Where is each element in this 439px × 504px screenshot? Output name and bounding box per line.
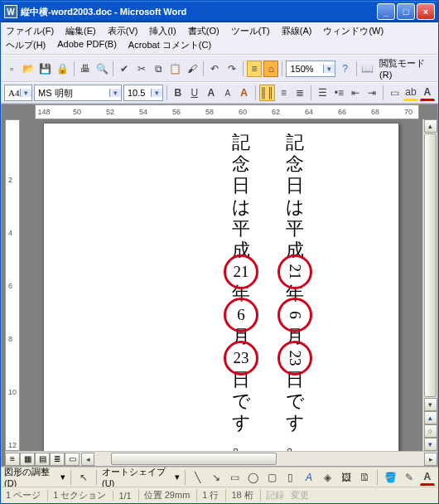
read-icon[interactable]: 📖: [360, 61, 375, 77]
scroll-down-button[interactable]: ▾: [424, 398, 437, 411]
new-doc-button[interactable]: ▫: [4, 61, 19, 77]
textbox-button[interactable]: ▢: [264, 469, 279, 486]
style-combo[interactable]: A4 ▾: [4, 85, 32, 101]
picture-button[interactable]: 🖻: [357, 469, 372, 486]
zoom-combo[interactable]: 150% ▾: [286, 61, 335, 77]
web-view-button[interactable]: ▦: [20, 453, 35, 466]
text-column: 記念日は平成21年6月23日です。: [284, 132, 306, 451]
line-button[interactable]: ╲: [191, 469, 205, 486]
menu-edit[interactable]: 編集(E): [64, 24, 98, 38]
bullet-button[interactable]: •≡: [331, 85, 346, 101]
indent-button[interactable]: ⇤: [348, 85, 363, 101]
dropdown-icon[interactable]: ▾: [323, 65, 335, 73]
dropdown-icon[interactable]: ▾: [60, 472, 65, 482]
horizontal-ruler[interactable]: 1485052545658606264666870: [35, 104, 419, 119]
separator: [377, 470, 378, 485]
copy-button[interactable]: ⧉: [151, 61, 166, 77]
clipart-button[interactable]: 🖼: [338, 469, 353, 486]
diagram-button[interactable]: ◈: [320, 469, 335, 486]
scroll-left-button[interactable]: ◂: [81, 453, 94, 466]
prev-page-button[interactable]: ▴: [424, 411, 437, 424]
h-track[interactable]: [94, 453, 424, 466]
scroll-up-button[interactable]: ▴: [424, 119, 437, 133]
bold-button[interactable]: B: [171, 85, 186, 101]
ruler-label: 10: [8, 388, 17, 396]
read-mode-button[interactable]: 閲覧モード(R): [377, 57, 435, 80]
next-page-button[interactable]: ▾: [424, 438, 437, 451]
align-just-button[interactable]: ≡: [277, 85, 292, 101]
separator: [203, 61, 204, 76]
outline-view-button[interactable]: ≣: [50, 453, 65, 466]
fontsize-combo[interactable]: 10.5 ▾: [123, 85, 163, 101]
dropdown-icon[interactable]: ▾: [151, 89, 162, 97]
vertical-scrollbar[interactable]: ▴ ▾ ▴ ○ ▾: [422, 119, 437, 451]
reading-view-button[interactable]: ▭: [65, 453, 80, 466]
help-button[interactable]: ?: [337, 61, 352, 77]
scroll-right-button[interactable]: ▸: [424, 453, 437, 466]
menu-format[interactable]: 書式(O): [186, 24, 221, 38]
align-button[interactable]: A: [204, 85, 219, 101]
underline-button[interactable]: U: [187, 85, 202, 101]
minimize-button[interactable]: _: [377, 3, 395, 20]
menu-acrobat[interactable]: Acrobat コメント(C): [127, 38, 213, 52]
border-button[interactable]: ▭: [387, 85, 402, 101]
scroll-thumb-v[interactable]: [424, 133, 437, 397]
vertical-ruler[interactable]: 24681012: [5, 119, 20, 451]
paste-button[interactable]: 📋: [167, 61, 182, 77]
charfit-button[interactable]: A: [220, 85, 235, 101]
highlight-color-button[interactable]: ab: [403, 85, 418, 101]
list-button[interactable]: ☰: [315, 85, 330, 101]
font-combo[interactable]: MS 明朝 ▾: [34, 85, 122, 101]
menu-file[interactable]: ファイル(F): [4, 24, 55, 38]
wordart-button[interactable]: A: [302, 469, 316, 486]
preview-button[interactable]: 🔍: [94, 61, 109, 77]
oval-button[interactable]: ◯: [246, 469, 261, 486]
highlight-button[interactable]: ≡: [247, 61, 262, 77]
textbox-v-button[interactable]: ▯: [282, 469, 297, 486]
dropdown-icon[interactable]: ▾: [109, 89, 121, 97]
close-button[interactable]: ×: [417, 3, 435, 20]
document-page[interactable]: 記念日は平成21年6月23日です。記念日は平成21年6月23日です。: [43, 123, 399, 451]
menu-window[interactable]: ウィンドウ(W): [321, 24, 385, 38]
menu-view[interactable]: 表示(V): [106, 24, 140, 38]
autoshape-menu[interactable]: オートシェイプ(U): [102, 466, 171, 488]
window-buttons: _ □ ×: [377, 3, 435, 20]
scroll-thumb-h[interactable]: [111, 453, 277, 465]
permissions-button[interactable]: 🔒: [55, 61, 70, 77]
rect-button[interactable]: ▭: [227, 469, 242, 486]
cut-button[interactable]: ✂: [134, 61, 149, 77]
menu-help[interactable]: ヘルプ(H): [4, 38, 47, 52]
browse-object-button[interactable]: ○: [424, 424, 437, 438]
status-rec: 記録: [260, 489, 284, 502]
style-value: A4: [5, 88, 20, 98]
normal-view-button[interactable]: ≡: [5, 453, 20, 466]
redo-button[interactable]: ↷: [224, 61, 239, 77]
menu-ruler[interactable]: 罫線(A): [280, 24, 314, 38]
undo-button[interactable]: ↶: [207, 61, 222, 77]
font-color-button2[interactable]: A: [420, 469, 435, 486]
draw-adjust-menu[interactable]: 図形の調整(D): [4, 466, 57, 488]
menu-adobe[interactable]: Adobe PDF(B): [55, 38, 118, 52]
orange-button[interactable]: ⌂: [263, 61, 278, 77]
save-button[interactable]: 💾: [38, 61, 53, 77]
font-color-button[interactable]: A: [420, 85, 435, 101]
line-color-button[interactable]: ✎: [401, 469, 416, 486]
distribute-button[interactable]: ║║: [259, 85, 275, 101]
print-view-button[interactable]: ▤: [35, 453, 50, 466]
dropdown-icon[interactable]: ▾: [175, 472, 180, 482]
format-painter-button[interactable]: 🖌: [185, 61, 200, 77]
open-button[interactable]: 📂: [21, 61, 36, 77]
select-arrow-button[interactable]: ↖: [76, 469, 91, 486]
fill-color-button[interactable]: 🪣: [383, 469, 398, 486]
dropdown-icon[interactable]: ▾: [20, 89, 31, 97]
align-left-button[interactable]: ≣: [293, 85, 308, 101]
print-button[interactable]: 🖶: [77, 61, 92, 77]
menu-insert[interactable]: 挿入(I): [147, 24, 177, 38]
maximize-button[interactable]: □: [397, 3, 415, 20]
textfx-button[interactable]: A: [237, 85, 252, 101]
horizontal-scrollbar[interactable]: ≡ ▦ ▤ ≣ ▭ ◂ ▸: [5, 451, 437, 466]
arrow-button[interactable]: ↘: [209, 469, 224, 486]
menu-tools[interactable]: ツール(T): [229, 24, 272, 38]
outdent-button[interactable]: ⇥: [364, 85, 379, 101]
spell-button[interactable]: ✔: [117, 61, 132, 77]
